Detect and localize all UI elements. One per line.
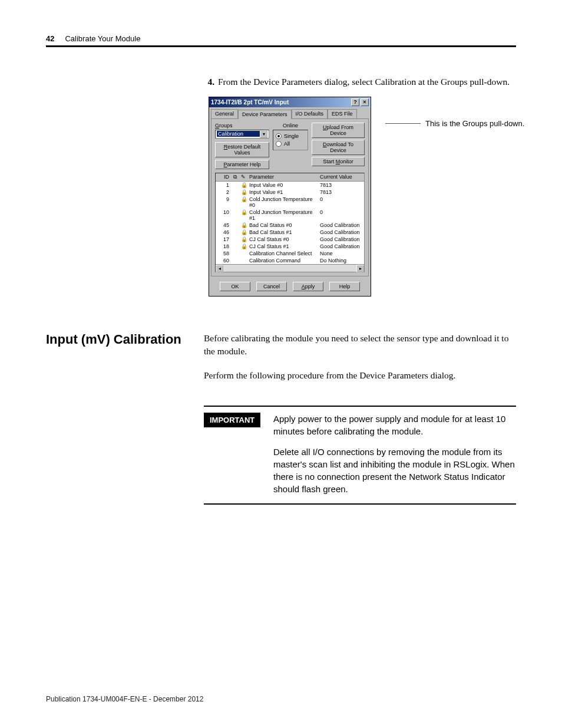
parameter-grid: ID ⧉ ✎ Parameter Current Value 1🔒Input V… xyxy=(215,173,365,272)
cell-value: 7813 xyxy=(318,182,364,189)
important-badge: IMPORTANT xyxy=(204,413,260,427)
cell-icon1 xyxy=(231,222,239,229)
ok-button[interactable]: OK xyxy=(220,282,250,291)
cell-value: Good Calibration xyxy=(318,222,364,229)
cell-parameter: Bad Cal Status #1 xyxy=(247,229,318,236)
table-row[interactable]: 58Calibration Channel SelectNone xyxy=(216,250,364,257)
cell-parameter: Calibration Channel Select xyxy=(247,250,318,257)
tab-general[interactable]: General xyxy=(211,109,238,118)
cell-parameter: Input Value #1 xyxy=(247,189,318,196)
dialog-buttons: OK Cancel Apply Help xyxy=(209,278,371,296)
cell-value: Do Nothing xyxy=(318,257,364,264)
lock-icon: 🔒 xyxy=(239,189,247,196)
cell-parameter: CJ Cal Status #0 xyxy=(247,236,318,243)
section-para-2: Perform the following procedure from the… xyxy=(204,369,516,382)
cell-id: 18 xyxy=(216,243,231,250)
col-value: Current Value xyxy=(318,173,364,181)
page-header: 42 Calibrate Your Module xyxy=(46,34,516,43)
apply-button[interactable]: Apply xyxy=(293,282,323,291)
online-all-radio[interactable]: All xyxy=(276,141,305,147)
groups-label: Groups xyxy=(215,123,269,129)
tab-device-parameters[interactable]: Device Parameters xyxy=(238,110,292,119)
dialog-titlebar: 1734-IT2I/B 2pt TC/mV Input ? × xyxy=(209,97,371,107)
publication-footer: Publication 1734-UM004F-EN-E - December … xyxy=(46,695,203,703)
cell-value: 0 xyxy=(318,209,364,222)
dialog-title: 1734-IT2I/B 2pt TC/mV Input xyxy=(211,99,289,106)
lock-icon: 🔒 xyxy=(239,209,247,222)
cell-parameter: Cold Junction Temperature #1 xyxy=(247,209,318,222)
lock-icon: 🔒 xyxy=(239,229,247,236)
chapter-title: Calibrate Your Module xyxy=(65,34,140,43)
cell-icon1 xyxy=(231,250,239,257)
cancel-button[interactable]: Cancel xyxy=(256,282,287,291)
cell-id: 17 xyxy=(216,236,231,243)
cell-parameter: Bad Cal Status #0 xyxy=(247,222,318,229)
header-rule xyxy=(46,45,516,47)
col-parameter: Parameter xyxy=(247,173,318,181)
device-parameters-dialog: 1734-IT2I/B 2pt TC/mV Input ? × General … xyxy=(209,97,371,297)
cell-icon1 xyxy=(231,243,239,250)
cell-parameter: Input Value #0 xyxy=(247,182,318,189)
lock-icon: 🔒 xyxy=(239,236,247,243)
cell-icon1 xyxy=(231,257,239,264)
help-window-button[interactable]: ? xyxy=(351,98,359,106)
cell-id: 9 xyxy=(216,196,231,209)
table-row[interactable]: 2🔒Input Value #17813 xyxy=(216,189,364,196)
step-number: 4. xyxy=(204,75,214,88)
parameter-help-button[interactable]: Parameter Help xyxy=(215,160,269,169)
start-monitor-button[interactable]: Start Monitor xyxy=(312,157,365,166)
table-row[interactable]: 1🔒Input Value #07813 xyxy=(216,182,364,189)
tab-eds-file[interactable]: EDS File xyxy=(328,109,357,118)
section-heading: Input (mV) Calibration xyxy=(46,332,204,347)
cell-parameter: CJ Cal Status #1 xyxy=(247,243,318,250)
tab-io-defaults[interactable]: I/O Defaults xyxy=(292,109,328,118)
grid-header: ID ⧉ ✎ Parameter Current Value xyxy=(216,173,364,182)
cell-value: 0 xyxy=(318,196,364,209)
important-para-1: Apply power to the power supply and modu… xyxy=(273,413,516,437)
annotation-text: This is the Groups pull-down. xyxy=(425,119,524,128)
restore-defaults-button[interactable]: Restore Default Values xyxy=(215,142,269,157)
close-window-button[interactable]: × xyxy=(361,98,369,106)
groups-select-value: Calibration xyxy=(217,131,260,137)
lock-icon: 🔒 xyxy=(239,243,247,250)
cell-value: Good Calibration xyxy=(318,236,364,243)
grid-h-scrollbar[interactable]: ◂ ▸ xyxy=(216,264,364,272)
annotation: This is the Groups pull-down. xyxy=(385,119,524,128)
step-4: 4. From the Device Parameters dialog, se… xyxy=(204,75,516,88)
cell-id: 45 xyxy=(216,222,231,229)
annotation-line xyxy=(385,123,421,124)
cell-icon1 xyxy=(231,229,239,236)
table-row[interactable]: 60Calibration CommandDo Nothing xyxy=(216,257,364,264)
cell-id: 2 xyxy=(216,189,231,196)
cell-parameter: Calibration Command xyxy=(247,257,318,264)
help-button[interactable]: Help xyxy=(329,282,360,291)
page-number: 42 xyxy=(46,34,54,43)
table-row[interactable]: 9🔒Cold Junction Temperature #00 xyxy=(216,196,364,209)
table-row[interactable]: 10🔒Cold Junction Temperature #10 xyxy=(216,209,364,222)
cell-value: 7813 xyxy=(318,189,364,196)
lock-icon: 🔒 xyxy=(239,196,247,209)
groups-select[interactable]: Calibration ▾ xyxy=(215,130,269,139)
table-row[interactable]: 17🔒CJ Cal Status #0Good Calibration xyxy=(216,236,364,243)
download-to-device-button[interactable]: Download To Device xyxy=(312,140,365,155)
cell-icon1 xyxy=(231,196,239,209)
cell-id: 46 xyxy=(216,229,231,236)
important-para-2: Delete all I/O connections by removing t… xyxy=(273,446,516,495)
lock-icon: 🔒 xyxy=(239,182,247,189)
cell-id: 10 xyxy=(216,209,231,222)
cell-value: Good Calibration xyxy=(318,243,364,250)
chevron-down-icon[interactable]: ▾ xyxy=(260,130,267,138)
online-single-radio[interactable]: Single xyxy=(276,133,305,139)
cell-icon1 xyxy=(231,236,239,243)
upload-from-device-button[interactable]: Upload From Device xyxy=(312,123,365,138)
cell-value: None xyxy=(318,250,364,257)
table-row[interactable]: 46🔒Bad Cal Status #1Good Calibration xyxy=(216,229,364,236)
scroll-right-icon[interactable]: ▸ xyxy=(356,265,364,272)
important-box: IMPORTANT Apply power to the power suppl… xyxy=(204,406,516,505)
table-row[interactable]: 45🔒Bad Cal Status #0Good Calibration xyxy=(216,222,364,229)
cell-icon1 xyxy=(231,209,239,222)
cell-icon1 xyxy=(231,182,239,189)
scroll-left-icon[interactable]: ◂ xyxy=(216,265,223,272)
table-row[interactable]: 18🔒CJ Cal Status #1Good Calibration xyxy=(216,243,364,250)
step-text: From the Device Parameters dialog, selec… xyxy=(218,75,510,88)
